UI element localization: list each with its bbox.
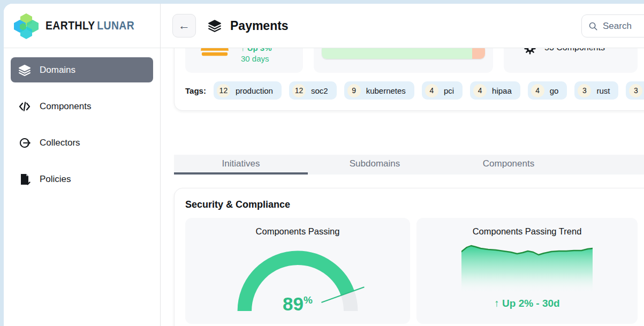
- scroll-content: ↑ Up 3% 30 days: [161, 48, 644, 326]
- stat-card-passfail: [314, 48, 493, 73]
- pass-fail-bar: [322, 48, 485, 59]
- trend-caption: ↑ Up 2% - 30d: [416, 298, 638, 309]
- trend-delta-value: ↑ Up 3%: [241, 48, 272, 54]
- tag-count: 3: [629, 84, 642, 97]
- sidebar-item-label: Components: [40, 101, 91, 112]
- stat-card-trend: ↑ Up 3% 30 days: [185, 48, 303, 73]
- sidebar-item-collectors[interactable]: Collectors: [11, 130, 153, 155]
- main-area: ← Payments: [161, 4, 644, 326]
- trend-card: Components Passing Trend: [416, 218, 638, 324]
- sidebar-item-components[interactable]: Components: [11, 94, 153, 119]
- search-input[interactable]: [603, 21, 644, 32]
- search-box[interactable]: [581, 14, 644, 37]
- sidebar-item-label: Domains: [40, 65, 75, 75]
- section-title: Security & Compliance: [185, 199, 644, 210]
- tab-initiatives[interactable]: Initiatives: [174, 155, 308, 175]
- tab-bar: Initiatives Subdomains Components: [174, 155, 644, 175]
- gear-icon: [524, 48, 536, 55]
- page-header: ← Payments: [161, 4, 644, 48]
- tag-name: rust: [596, 86, 610, 95]
- tag-name: kubernetes: [366, 86, 406, 95]
- tag-name: go: [550, 86, 559, 95]
- tag-pci[interactable]: 4pci: [422, 81, 463, 100]
- layers-icon: [18, 64, 31, 77]
- domain-layers-icon: [208, 19, 222, 33]
- tab-components[interactable]: Components: [442, 155, 575, 175]
- tag-name: pci: [444, 86, 454, 95]
- tag-count: 12: [217, 84, 230, 97]
- tag-count: 12: [292, 84, 306, 97]
- logo: EARTHLYLUNAR: [4, 4, 160, 48]
- fail-segment: [472, 48, 485, 59]
- trend-title: Components Passing Trend: [416, 226, 638, 237]
- tag-rust[interactable]: 3rust: [574, 81, 618, 100]
- logo-hex-icon: [12, 12, 40, 39]
- tag-go[interactable]: 4go: [528, 81, 567, 100]
- tag-name: soc2: [311, 86, 328, 95]
- pass-segment: [322, 48, 472, 59]
- trend-delta-period: 30 days: [241, 54, 272, 64]
- tag-experimental[interactable]: 3experimental: [626, 81, 644, 100]
- panel-grid: Components Passing 89%: [185, 218, 644, 324]
- components-count-label: 53 Components: [544, 48, 605, 52]
- crown-icon: [197, 48, 232, 57]
- page-title: Payments: [230, 19, 289, 33]
- tag-production[interactable]: 12production: [214, 81, 282, 100]
- sidebar-item-label: Collectors: [40, 138, 80, 148]
- back-button[interactable]: ←: [172, 14, 196, 37]
- brand-name: EARTHLYLUNAR: [46, 19, 134, 33]
- sidebar-item-domains[interactable]: Domains: [11, 57, 153, 82]
- gauge-card: Components Passing 89%: [185, 218, 410, 324]
- gauge-value: 89%: [283, 293, 313, 315]
- brand-primary: EARTHLY: [46, 19, 95, 32]
- sidebar-item-policies[interactable]: Policies: [11, 166, 153, 192]
- collector-arrow-icon: [18, 137, 31, 149]
- code-icon: [18, 100, 31, 113]
- overview-card: ↑ Up 3% 30 days: [174, 48, 644, 111]
- gauge-title: Components Passing: [185, 226, 410, 237]
- brand-secondary: LUNAR: [97, 19, 134, 32]
- tags-label: Tags:: [185, 86, 206, 95]
- tag-kubernetes[interactable]: 9kubernetes: [344, 81, 414, 100]
- tag-soc2[interactable]: 12soc2: [289, 81, 337, 100]
- tag-hipaa[interactable]: 4hipaa: [470, 81, 520, 100]
- search-icon: [588, 21, 598, 31]
- gauge-chart: 89%: [207, 238, 389, 314]
- sidebar-item-label: Policies: [40, 174, 71, 185]
- security-compliance-card: Security & Compliance Components Passing: [174, 188, 644, 326]
- gauge-value-unit: %: [304, 294, 313, 306]
- sidebar-nav: Domains Components: [4, 48, 160, 212]
- tag-count: 4: [531, 84, 544, 97]
- tag-count: 4: [473, 84, 487, 97]
- tag-name: hipaa: [492, 86, 512, 95]
- tab-subdomains[interactable]: Subdomains: [308, 155, 442, 175]
- app-frame: EARTHLYLUNAR Domains: [4, 4, 644, 326]
- trend-delta: ↑ Up 3% 30 days: [241, 48, 272, 64]
- gauge-value-number: 89: [283, 293, 304, 314]
- trend-area-chart: [461, 241, 593, 294]
- tag-name: production: [236, 86, 273, 95]
- app-window: EARTHLYLUNAR Domains: [0, 0, 644, 326]
- tag-count: 9: [347, 84, 361, 97]
- tag-count: 3: [578, 84, 591, 97]
- stat-card-components: 53 Components: [504, 48, 638, 73]
- policy-doc-icon: [18, 173, 31, 186]
- stat-row: ↑ Up 3% 30 days: [185, 48, 644, 73]
- tags-row: Tags: 12production 12soc2 9kubernetes 4p…: [185, 81, 644, 100]
- tag-count: 4: [425, 84, 438, 97]
- sidebar: EARTHLYLUNAR Domains: [4, 4, 161, 326]
